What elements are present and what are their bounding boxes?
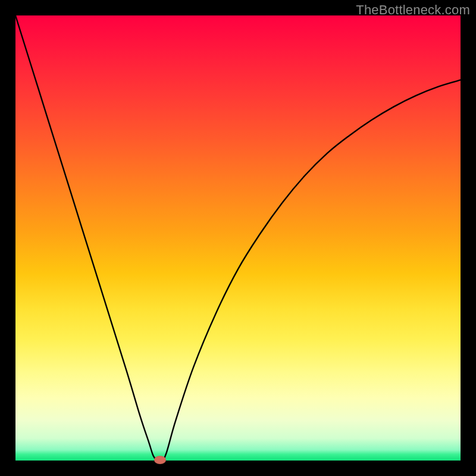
bottleneck-curve: [15, 15, 461, 462]
plot-area: [15, 15, 461, 461]
curve-svg: [15, 15, 461, 461]
chart-frame: TheBottleneck.com: [0, 0, 476, 476]
optimum-marker: [154, 456, 166, 464]
